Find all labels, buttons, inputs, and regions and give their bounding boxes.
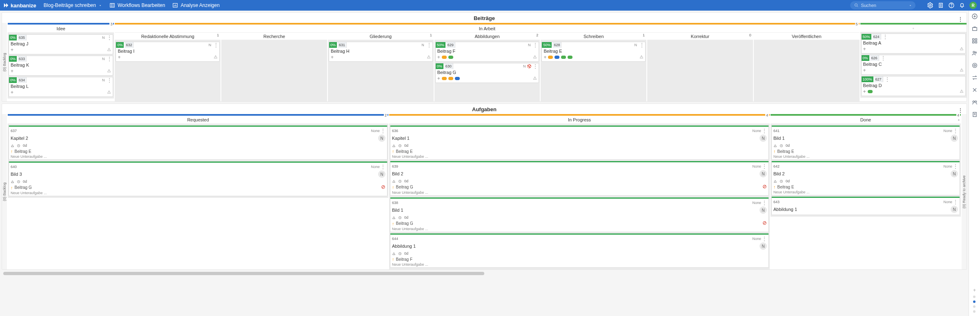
new-subtask-text[interactable]: Neue Unteraufgabe ... (773, 154, 958, 159)
add-subtask-icon[interactable]: + (437, 54, 440, 60)
card-menu-icon[interactable]: ⋮ (380, 164, 385, 170)
backlog-label[interactable]: (0) Backlog (2, 114, 7, 269)
add-subtask-icon[interactable]: + (863, 67, 866, 73)
card-menu-icon[interactable]: ⋮ (380, 128, 385, 134)
new-subtask-text[interactable]: Neue Unteraufgabe ... (392, 154, 767, 159)
add-subtask-icon[interactable]: + (11, 47, 13, 53)
column-header[interactable]: Gliederung1 (328, 33, 434, 40)
new-subtask-text[interactable]: Neue Unteraufgabe ... (11, 154, 385, 159)
card-menu-icon[interactable]: ⋮ (952, 164, 958, 169)
tools-icon[interactable] (971, 87, 978, 93)
users-icon[interactable] (971, 50, 978, 56)
card-menu-icon[interactable]: ⋮ (106, 56, 113, 62)
new-subtask-text[interactable]: Neue Unteraufgabe ... (392, 262, 767, 267)
help-icon[interactable] (948, 2, 955, 9)
phase-header[interactable]: Idee (8, 25, 114, 33)
add-subtask-icon[interactable]: + (11, 68, 13, 74)
grid-icon[interactable] (971, 38, 978, 44)
card-menu-icon[interactable]: ⋮ (532, 42, 539, 48)
task-card-636[interactable]: 636None⋮ Kapitel 1N 0d↑Beitrag ENeue Unt… (390, 126, 769, 160)
task-card-640[interactable]: 640None⋮ Bild 3N 0d↑Beitrag GNeue Untera… (9, 161, 388, 196)
column-body[interactable]: 0% 632 N ⋮ Beitrag I + (115, 40, 220, 101)
task-card-641[interactable]: 641None⋮ Bild 1N 0d↑Beitrag ENeue Untera… (771, 126, 960, 160)
card-631[interactable]: 0% 631 N ⋮ Beitrag H + (329, 42, 433, 62)
card-menu-icon[interactable]: ⋮ (426, 42, 432, 48)
bell-icon[interactable] (959, 2, 965, 9)
card-menu-icon[interactable]: ⋮ (761, 128, 767, 134)
card-menu-icon[interactable]: ⋮ (532, 63, 539, 69)
chevron-down-icon[interactable] (909, 4, 912, 7)
task-card-642[interactable]: 642None⋮ Bild 2N 0d↑Beitrag ENeue Untera… (771, 161, 960, 195)
backlog-label[interactable]: (0) Backlog (2, 23, 7, 101)
card-menu-icon[interactable]: ⋮ (952, 128, 958, 134)
phase-body[interactable]: 641None⋮ Bild 1N 0d↑Beitrag ENeue Untera… (771, 124, 961, 217)
card-menu-icon[interactable]: ⋮ (213, 42, 219, 48)
task-card-644[interactable]: 644None⋮ Abbildung 1N 0d↑Beitrag FNeue U… (390, 233, 769, 268)
dot-active[interactable] (973, 300, 976, 303)
add-subtask-icon[interactable]: + (863, 89, 866, 94)
column-header[interactable]: Redaktionelle Abstimmung1 (115, 33, 220, 40)
column-body[interactable]: 0% 631 N ⋮ Beitrag H + (328, 40, 434, 101)
card-630[interactable]: 0% 630 N ⋮ Beitrag G + (435, 63, 539, 83)
parent-link[interactable]: ↑Beitrag F (392, 256, 767, 262)
briefcase-icon[interactable] (971, 25, 978, 32)
add-circle-icon[interactable] (971, 13, 978, 20)
nav-analytics[interactable]: Analyse Anzeigen (172, 2, 219, 8)
card-menu-icon[interactable]: ⋮ (106, 35, 113, 40)
assignee-avatar[interactable]: N (760, 134, 767, 142)
gear-icon[interactable] (927, 2, 933, 9)
parent-link[interactable]: ↑Beitrag E (11, 148, 385, 154)
card-menu-icon[interactable]: ⋮ (884, 76, 891, 82)
card-menu-icon[interactable]: ⋮ (882, 34, 889, 40)
section-menu-icon[interactable]: ⋮ (958, 16, 963, 22)
card-634[interactable]: 0% 634 N ⋮ Beitrag L + (9, 77, 113, 97)
column-body[interactable]: 50% 629 N ⋮ Beitrag F + 0% 630 N ⋮ Beitr… (434, 40, 540, 101)
column-header[interactable]: Veröffentlichen (754, 33, 860, 40)
card-632[interactable]: 0% 632 N ⋮ Beitrag I + (116, 42, 220, 62)
assignee-avatar[interactable]: N (951, 206, 958, 213)
phase-header[interactable]: Done◦ (771, 116, 961, 124)
assignee-avatar[interactable]: N (378, 170, 385, 178)
card-menu-icon[interactable]: ⋮ (761, 200, 767, 206)
brand-logo[interactable]: kanbanize (3, 2, 36, 9)
phase-body[interactable]: 636None⋮ Kapitel 1N 0d↑Beitrag ENeue Unt… (389, 124, 770, 269)
assignee-avatar[interactable]: N (760, 170, 767, 177)
clipboard-icon[interactable] (938, 2, 944, 9)
add-subtask-icon[interactable]: + (437, 76, 440, 81)
assignee-avatar[interactable]: N (760, 242, 767, 250)
task-card-637[interactable]: 637None⋮ Kapitel 2N 0d↑Beitrag ENeue Unt… (9, 126, 388, 160)
phase-header[interactable]: Requested◦ (8, 116, 388, 124)
add-subtask-icon[interactable]: + (863, 46, 866, 52)
new-subtask-text[interactable]: Neue Unteraufgabe ... (11, 190, 385, 195)
column-body[interactable] (754, 40, 860, 101)
target-icon[interactable] (971, 62, 978, 69)
column-body[interactable]: 0% 635 N ⋮ Beitrag J + 0% 633 N ⋮ Beitra… (8, 33, 114, 99)
task-card-639[interactable]: 639None⋮ Bild 2N 0d↑Beitrag GNeue Untera… (390, 161, 769, 196)
archive-label[interactable]: (0) Ready to archive (962, 114, 967, 269)
card-628[interactable]: 50% 628 N ⋮ Beitrag E + (541, 42, 646, 62)
column-body[interactable]: 50% 628 N ⋮ Beitrag E + (541, 40, 646, 101)
add-mini-icon[interactable]: + (973, 287, 976, 293)
dot[interactable] (973, 296, 976, 298)
nav-blog[interactable]: Blog-Beiträge schreiben (44, 2, 102, 8)
card-635[interactable]: 0% 635 N ⋮ Beitrag J + (9, 34, 113, 54)
parent-link[interactable]: ↑Beitrag E (392, 148, 767, 154)
card-menu-icon[interactable]: ⋮ (952, 199, 958, 205)
card-626[interactable]: 0% 626 ⋮ Beitrag C + (861, 55, 966, 75)
team-icon[interactable] (971, 99, 978, 105)
add-subtask-icon[interactable]: + (331, 54, 334, 60)
assignee-avatar[interactable]: N (951, 134, 958, 142)
phase-body[interactable]: 637None⋮ Kapitel 2N 0d↑Beitrag ENeue Unt… (8, 124, 388, 198)
nav-workflows[interactable]: Workflows Bearbeiten (109, 2, 165, 8)
card-624[interactable]: 50% 624 ⋮ Beitrag A + (861, 34, 966, 54)
parent-link[interactable]: ↑Beitrag E (773, 184, 958, 190)
document-icon[interactable] (971, 111, 978, 118)
user-avatar[interactable]: R (969, 2, 977, 9)
card-menu-icon[interactable]: ⋮ (761, 164, 767, 169)
task-card-643[interactable]: 643None⋮ Abbildung 1N (771, 197, 960, 215)
new-subtask-text[interactable]: Neue Unteraufgabe ... (773, 190, 958, 194)
parent-link[interactable]: ↑Beitrag G (392, 220, 767, 226)
assignee-avatar[interactable]: N (951, 170, 958, 177)
task-card-638[interactable]: 638None⋮ Bild 1N 0d↑Beitrag GNeue Untera… (390, 197, 769, 232)
dot[interactable] (973, 310, 976, 313)
